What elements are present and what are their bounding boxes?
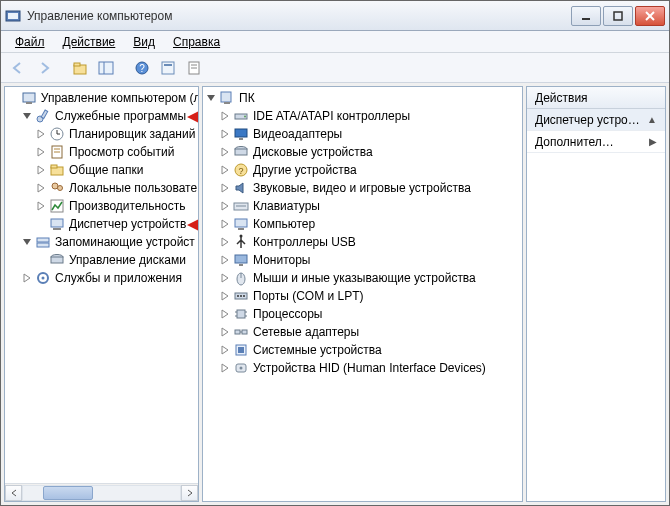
expand-toggle[interactable] — [219, 128, 231, 140]
device-category[interactable]: Контроллеры USB — [203, 233, 522, 251]
services-icon — [35, 270, 51, 286]
scroll-left-arrow[interactable] — [5, 485, 22, 501]
tree-group-services[interactable]: Службы и приложения — [5, 269, 198, 287]
device-category[interactable]: Порты (COM и LPT) — [203, 287, 522, 305]
menu-view[interactable]: Вид — [125, 33, 163, 51]
refresh-button[interactable] — [157, 57, 179, 79]
device-category[interactable]: Дисковые устройства — [203, 143, 522, 161]
expand-toggle[interactable] — [35, 200, 47, 212]
tree-item-label: Служебные программы — [55, 107, 186, 125]
tree-item-label: Компьютер — [253, 215, 315, 233]
menu-help[interactable]: Справка — [165, 33, 228, 51]
back-button[interactable] — [7, 57, 29, 79]
left-hscrollbar[interactable] — [5, 483, 198, 501]
scroll-track[interactable] — [22, 485, 181, 501]
device-category[interactable]: Видеоадаптеры — [203, 125, 522, 143]
expand-toggle[interactable] — [21, 110, 33, 122]
svg-rect-35 — [37, 243, 49, 247]
device-category[interactable]: ?Другие устройства — [203, 161, 522, 179]
device-category[interactable]: Клавиатуры — [203, 197, 522, 215]
network-icon — [233, 324, 249, 340]
device-root[interactable]: ПК — [203, 89, 522, 107]
svg-rect-8 — [99, 62, 113, 74]
scroll-thumb[interactable] — [43, 486, 93, 500]
expand-toggle[interactable] — [205, 92, 217, 104]
usb-icon — [233, 234, 249, 250]
console-tree[interactable]: Управление компьютером (лСлужебные прогр… — [5, 87, 198, 483]
menu-action[interactable]: Действие — [55, 33, 124, 51]
svg-point-76 — [240, 367, 243, 370]
scroll-right-arrow[interactable] — [181, 485, 198, 501]
expand-toggle[interactable] — [219, 164, 231, 176]
device-category[interactable]: Устройства HID (Human Interface Devices) — [203, 359, 522, 377]
tree-item-label: Управление дисками — [69, 251, 186, 269]
hid-icon — [233, 360, 249, 376]
up-button[interactable] — [69, 57, 91, 79]
expand-toggle[interactable] — [219, 182, 231, 194]
device-category[interactable]: Процессоры — [203, 305, 522, 323]
device-category[interactable]: Мыши и иные указывающие устройства — [203, 269, 522, 287]
expand-toggle[interactable] — [219, 146, 231, 158]
performance-icon — [49, 198, 65, 214]
show-hide-tree-button[interactable] — [95, 57, 117, 79]
tree-item-label: ПК — [239, 89, 255, 107]
tree-item[interactable]: Диспетчер устройств — [5, 215, 198, 233]
expand-toggle[interactable] — [35, 128, 47, 140]
actions-more-row[interactable]: Дополнител… ▶ — [527, 131, 665, 153]
actions-context-label: Диспетчер устро… — [535, 113, 640, 127]
expand-toggle[interactable] — [219, 110, 231, 122]
device-category[interactable]: Компьютер — [203, 215, 522, 233]
expand-toggle[interactable] — [219, 362, 231, 374]
expand-toggle[interactable] — [219, 290, 231, 302]
device-tree[interactable]: ПКIDE ATA/ATAPI контроллерыВидеоадаптеры… — [203, 87, 522, 379]
device-category[interactable]: Сетевые адаптеры — [203, 323, 522, 341]
menu-file[interactable]: Файл — [7, 33, 53, 51]
maximize-button[interactable] — [603, 6, 633, 26]
expand-toggle[interactable] — [21, 272, 33, 284]
tree-item-label: Локальные пользовате — [69, 179, 197, 197]
tree-item-label: Контроллеры USB — [253, 233, 356, 251]
svg-rect-46 — [235, 129, 247, 137]
close-button[interactable] — [635, 6, 665, 26]
chevron-right-icon: ▶ — [649, 136, 657, 147]
tree-root[interactable]: Управление компьютером (л — [5, 89, 198, 107]
tree-item[interactable]: Локальные пользовате — [5, 179, 198, 197]
toolbar: ? — [1, 53, 669, 83]
device-category[interactable]: Звуковые, видео и игровые устройства — [203, 179, 522, 197]
tree-item[interactable]: Производительность — [5, 197, 198, 215]
device-category[interactable]: Системные устройства — [203, 341, 522, 359]
center-pane: ПКIDE ATA/ATAPI контроллерыВидеоадаптеры… — [202, 86, 523, 502]
expand-toggle[interactable] — [219, 254, 231, 266]
expand-toggle[interactable] — [219, 218, 231, 230]
tree-group-tools[interactable]: Служебные программы — [5, 107, 198, 125]
expand-toggle[interactable] — [21, 236, 33, 248]
minimize-button[interactable] — [571, 6, 601, 26]
svg-rect-49 — [235, 149, 247, 155]
properties-button[interactable] — [183, 57, 205, 79]
svg-rect-47 — [239, 138, 243, 140]
device-category[interactable]: Мониторы — [203, 251, 522, 269]
svg-rect-3 — [614, 12, 622, 20]
tree-item[interactable]: Просмотр событий — [5, 143, 198, 161]
tree-item-label: Мониторы — [253, 251, 310, 269]
tree-group-storage[interactable]: Запоминающие устройст — [5, 233, 198, 251]
tree-item[interactable]: Управление дисками — [5, 251, 198, 269]
expand-toggle[interactable] — [219, 200, 231, 212]
tree-item[interactable]: Планировщик заданий — [5, 125, 198, 143]
expand-toggle[interactable] — [35, 164, 47, 176]
expand-toggle[interactable] — [219, 344, 231, 356]
forward-button[interactable] — [33, 57, 55, 79]
expand-toggle[interactable] — [219, 236, 231, 248]
expand-toggle[interactable] — [219, 308, 231, 320]
diskmanagement-icon — [49, 252, 65, 268]
help-button[interactable]: ? — [131, 57, 153, 79]
tree-item[interactable]: Общие папки — [5, 161, 198, 179]
expand-toggle[interactable] — [35, 182, 47, 194]
expand-toggle[interactable] — [219, 326, 231, 338]
expand-toggle[interactable] — [35, 146, 47, 158]
tree-item-label: Процессоры — [253, 305, 323, 323]
device-category[interactable]: IDE ATA/ATAPI контроллеры — [203, 107, 522, 125]
svg-rect-18 — [26, 102, 32, 104]
actions-context-row[interactable]: Диспетчер устро… ▲ — [527, 109, 665, 131]
expand-toggle[interactable] — [219, 272, 231, 284]
